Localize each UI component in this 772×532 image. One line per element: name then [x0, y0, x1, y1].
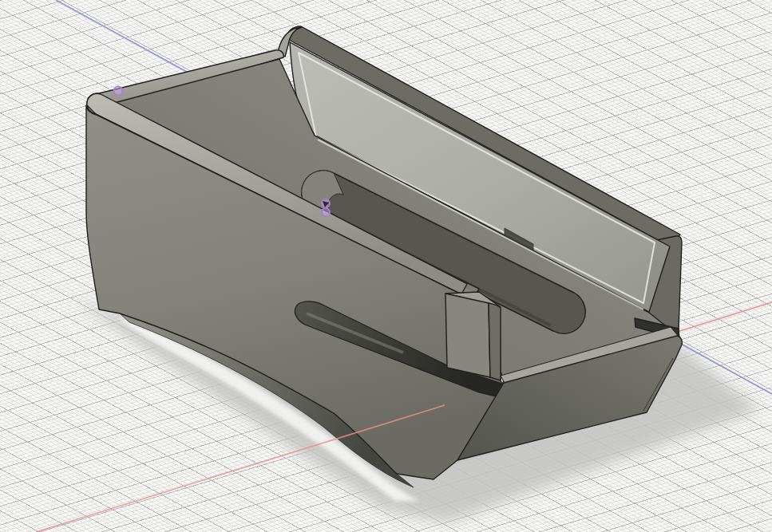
axis-blue-segment-a[interactable] — [56, 0, 194, 76]
axis-red-segment-b[interactable] — [675, 302, 772, 333]
wall-end-cap-side[interactable] — [489, 303, 501, 380]
wall-end-cap-front[interactable] — [445, 294, 490, 377]
sketch-point-icon[interactable] — [322, 208, 330, 216]
cad-scene — [0, 0, 772, 532]
sketch-point-icon[interactable] — [114, 87, 123, 96]
model-body[interactable] — [86, 26, 682, 479]
cad-viewport[interactable] — [0, 0, 772, 532]
